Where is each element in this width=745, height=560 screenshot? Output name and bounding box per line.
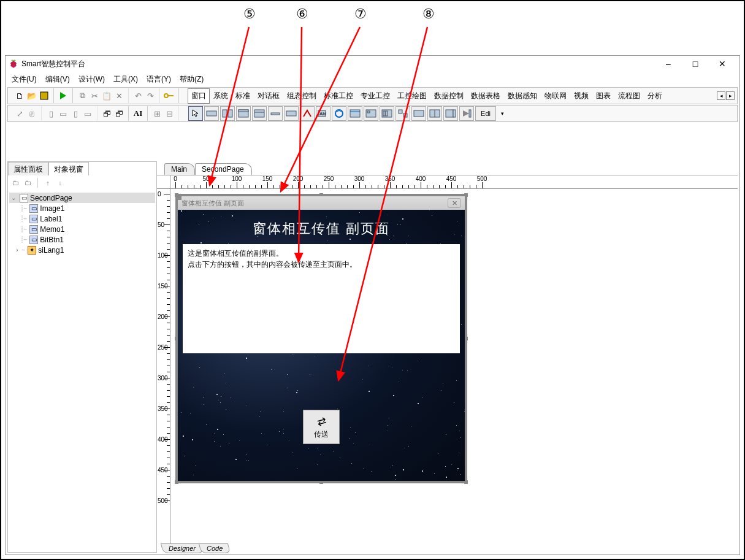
palette-tab-dialog[interactable]: 对话框 bbox=[254, 88, 283, 104]
annotation-7: ⑦ bbox=[354, 6, 367, 22]
palette-tab-proindust[interactable]: 专业工控 bbox=[357, 88, 394, 104]
menu-edit[interactable]: 编辑(V) bbox=[42, 73, 74, 86]
design-surface[interactable]: 050100150200250300350400450500 050100150… bbox=[157, 175, 738, 553]
form-close-icon[interactable]: ✕ bbox=[448, 198, 461, 208]
menu-tools[interactable]: 工具(X) bbox=[110, 73, 142, 86]
palette-comp-12[interactable] bbox=[380, 106, 394, 121]
palette-tab-datasense[interactable]: 数据感知 bbox=[504, 88, 541, 104]
svg-rect-28 bbox=[350, 110, 360, 117]
group-icon[interactable]: ⊞ bbox=[151, 108, 162, 119]
palette-comp-10[interactable] bbox=[348, 106, 362, 121]
tree-node-image1[interactable]: ┊···▭Image1 bbox=[9, 203, 155, 213]
tab-designer[interactable]: Designer bbox=[161, 543, 204, 553]
align-right-icon[interactable]: ▯ bbox=[70, 108, 81, 119]
svg-rect-41 bbox=[453, 110, 456, 117]
align-hcenter-icon[interactable]: ▭ bbox=[58, 108, 69, 119]
component-palette-tabs: 窗口 系统 标准 对话框 组态控制 标准工控 专业工控 工控绘图 数据控制 数据… bbox=[188, 88, 717, 104]
tree-up-icon[interactable]: ↑ bbox=[43, 178, 53, 188]
ungroup-icon[interactable]: ⊟ bbox=[164, 108, 175, 119]
menu-design[interactable]: 设计(W) bbox=[75, 73, 109, 86]
open-icon[interactable]: 📂 bbox=[26, 90, 37, 101]
menu-file[interactable]: 文件(U) bbox=[8, 73, 40, 86]
palette-comp-7[interactable] bbox=[300, 106, 315, 121]
align-top-icon[interactable]: ▭ bbox=[82, 108, 93, 119]
palette-comp-1[interactable] bbox=[204, 106, 219, 121]
bring-front-icon[interactable]: 🗗 bbox=[101, 108, 112, 119]
palette-comp-11[interactable] bbox=[364, 106, 378, 121]
palette-comp-14[interactable] bbox=[411, 106, 426, 121]
palette-comp-8[interactable]: Abl bbox=[316, 106, 330, 121]
palette-pointer-icon[interactable] bbox=[188, 106, 203, 121]
palette-comp-3[interactable] bbox=[236, 106, 251, 121]
close-button[interactable]: ✕ bbox=[709, 56, 736, 72]
key-icon[interactable] bbox=[164, 90, 175, 101]
palette-tab-datacontrol[interactable]: 数据控制 bbox=[430, 88, 467, 104]
copy-icon[interactable]: ⧉ bbox=[77, 90, 88, 101]
send-button[interactable]: ⇄ 传送 bbox=[303, 410, 340, 444]
palette-scroll-right[interactable]: ▸ bbox=[726, 91, 735, 100]
palette-comp-4[interactable] bbox=[252, 106, 267, 121]
palette-tab-chart[interactable]: 图表 bbox=[592, 88, 614, 104]
palette-scroll-left[interactable]: ◂ bbox=[717, 91, 725, 100]
palette-tab-window[interactable]: 窗口 bbox=[188, 88, 210, 104]
form-secondpage[interactable]: 窗体相互传值 副页面 ✕ 窗体相互传值 副页面 这是窗体相互传值的副界面。 bbox=[175, 194, 467, 483]
cut-icon[interactable]: ✂ bbox=[89, 90, 100, 101]
tree-node-memo1[interactable]: ┊···▭Memo1 bbox=[9, 224, 155, 234]
tree-node-silang1[interactable]: ›···✦siLang1 bbox=[9, 245, 155, 255]
tab-code[interactable]: Code bbox=[199, 543, 231, 553]
palette-tab-system[interactable]: 系统 bbox=[210, 88, 232, 104]
run-icon[interactable] bbox=[58, 90, 69, 101]
palette-tab-stdindust[interactable]: 标准工控 bbox=[320, 88, 357, 104]
align-icon-1[interactable]: ⤢ bbox=[14, 108, 25, 119]
palette-comp-6[interactable] bbox=[284, 106, 299, 121]
maximize-button[interactable]: □ bbox=[682, 56, 709, 72]
palette-comp-edit[interactable]: Edi bbox=[475, 106, 496, 121]
palette-tab-video[interactable]: 视频 bbox=[570, 88, 592, 104]
new-icon[interactable]: 🗋 bbox=[14, 90, 25, 101]
page-tabs: Main SecondPage bbox=[157, 161, 738, 175]
palette-comp-13[interactable] bbox=[395, 106, 410, 121]
tree-node-root[interactable]: ⌄ ▭ SecondPage bbox=[9, 193, 155, 203]
palette-comp-16[interactable] bbox=[443, 106, 458, 121]
annotation-5: ⑤ bbox=[243, 6, 256, 22]
tree-node-label1[interactable]: ┊···▭Label1 bbox=[9, 213, 155, 224]
palette-tab-analysis[interactable]: 分析 bbox=[644, 88, 666, 104]
minimize-button[interactable]: – bbox=[655, 56, 682, 72]
tree-tool-2-icon[interactable]: 🗀 bbox=[23, 178, 32, 188]
align-left-icon[interactable]: ▯ bbox=[45, 108, 56, 119]
palette-tab-datatable[interactable]: 数据表格 bbox=[467, 88, 504, 104]
palette-comp-15[interactable] bbox=[427, 106, 442, 121]
palette-comp-17[interactable] bbox=[459, 106, 474, 121]
paste-icon[interactable]: 📋 bbox=[101, 90, 112, 101]
menu-help[interactable]: 帮助(Z) bbox=[176, 73, 207, 86]
palette-dropdown-icon[interactable]: ▾ bbox=[497, 108, 508, 119]
menubar: 文件(U) 编辑(V) 设计(W) 工具(X) 语言(Y) 帮助(Z) bbox=[6, 72, 739, 86]
send-back-icon[interactable]: 🗗 bbox=[113, 108, 124, 119]
palette-comp-9[interactable] bbox=[332, 106, 346, 121]
text-icon[interactable]: AI bbox=[132, 108, 143, 119]
tree-tool-1-icon[interactable]: 🗀 bbox=[10, 178, 20, 188]
align-icon-2[interactable]: ⎚ bbox=[26, 108, 37, 119]
palette-tab-configcontrol[interactable]: 组态控制 bbox=[283, 88, 320, 104]
tree-down-icon[interactable]: ↓ bbox=[55, 178, 65, 188]
app-icon bbox=[9, 59, 18, 68]
palette-tab-standard[interactable]: 标准 bbox=[232, 88, 254, 104]
palette-tab-iot[interactable]: 物联网 bbox=[541, 88, 570, 104]
tab-object-tree[interactable]: 对象视窗 bbox=[48, 162, 89, 175]
page-tab-secondpage[interactable]: SecondPage bbox=[195, 163, 252, 175]
undo-icon[interactable]: ↶ bbox=[132, 90, 143, 101]
design-canvas[interactable]: 窗体相互传值 副页面 ✕ 窗体相互传值 副页面 这是窗体相互传值的副界面。 bbox=[170, 189, 738, 553]
redo-icon[interactable]: ↷ bbox=[145, 90, 156, 101]
tab-properties[interactable]: 属性面板 bbox=[8, 162, 48, 175]
tree-node-bitbtn1[interactable]: ┊···▭BitBtn1 bbox=[9, 234, 155, 245]
menu-language[interactable]: 语言(Y) bbox=[143, 73, 175, 86]
send-button-label: 传送 bbox=[314, 429, 329, 440]
palette-tab-industdraw[interactable]: 工控绘图 bbox=[394, 88, 430, 104]
palette-comp-5[interactable] bbox=[268, 106, 283, 121]
save-icon[interactable] bbox=[39, 90, 50, 101]
delete-icon[interactable]: ✕ bbox=[113, 90, 124, 101]
page-tab-main[interactable]: Main bbox=[164, 163, 195, 175]
palette-comp-2[interactable] bbox=[220, 106, 235, 121]
transfer-icon: ⇄ bbox=[315, 413, 327, 429]
palette-tab-flowchart[interactable]: 流程图 bbox=[614, 88, 644, 104]
